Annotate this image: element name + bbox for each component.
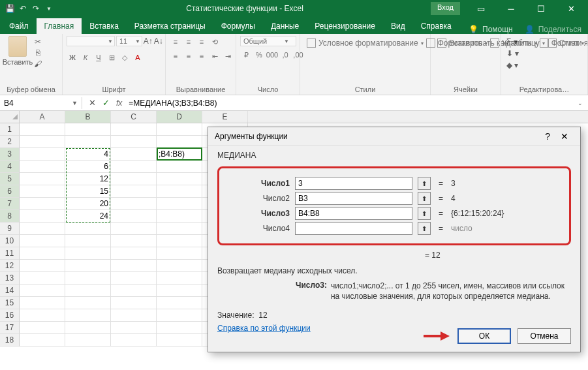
cell-A5[interactable]: [20, 173, 65, 185]
row-header-18[interactable]: 18: [0, 334, 20, 347]
tab-help[interactable]: Справка: [413, 18, 459, 34]
dialog-close-button[interactable]: ✕: [555, 130, 574, 143]
cell-A4[interactable]: [20, 161, 65, 173]
cell-D6[interactable]: [157, 185, 202, 198]
cell-B7[interactable]: 20: [65, 198, 111, 210]
clear-icon[interactable]: ◆ ▾: [506, 61, 518, 70]
maximize-button[interactable]: ☐: [527, 0, 555, 17]
conditional-formatting-button[interactable]: Условное форматирование▾: [307, 39, 424, 48]
cell-B14[interactable]: [65, 285, 111, 297]
cell-A13[interactable]: [20, 272, 65, 285]
range-picker-icon[interactable]: ⬆: [418, 192, 431, 205]
col-header-D[interactable]: D: [157, 111, 202, 123]
tab-home[interactable]: Главная: [37, 18, 82, 34]
row-header-6[interactable]: 6: [0, 185, 20, 198]
cell-A12[interactable]: [20, 260, 65, 272]
cell-C13[interactable]: [111, 272, 157, 285]
col-header-B[interactable]: B: [65, 111, 111, 123]
tell-me-label[interactable]: Помощн: [482, 25, 513, 34]
cell-B5[interactable]: 12: [65, 173, 111, 185]
currency-icon[interactable]: ₽: [240, 49, 252, 61]
row-header-8[interactable]: 8: [0, 210, 20, 223]
row-header-14[interactable]: 14: [0, 285, 20, 297]
cell-C14[interactable]: [111, 285, 157, 297]
range-picker-icon[interactable]: ⬆: [418, 222, 431, 235]
share-icon[interactable]: 👤: [525, 25, 534, 34]
ribbon-options-icon[interactable]: ▭: [467, 0, 495, 17]
cell-D10[interactable]: [157, 235, 202, 247]
chevron-down-icon[interactable]: ▼: [72, 100, 78, 106]
cell-B4[interactable]: 6: [65, 161, 111, 173]
cell-A6[interactable]: [20, 185, 65, 198]
col-header-C[interactable]: C: [111, 111, 157, 123]
format-painter-icon[interactable]: 🖌: [34, 59, 42, 69]
cell-A7[interactable]: [20, 198, 65, 210]
align-left-icon[interactable]: ≡: [170, 50, 181, 62]
row-header-5[interactable]: 5: [0, 173, 20, 185]
cell-D8[interactable]: [157, 210, 202, 223]
cell-A17[interactable]: [20, 322, 65, 334]
cell-B16[interactable]: [65, 309, 111, 322]
cell-D18[interactable]: [157, 334, 202, 347]
align-bot-icon[interactable]: ≡: [196, 36, 208, 48]
tab-pagelayout[interactable]: Разметка страницы: [127, 18, 213, 34]
row-header-2[interactable]: 2: [0, 136, 20, 148]
fill-icon[interactable]: ⬇ ▾: [506, 49, 519, 58]
tab-insert[interactable]: Вставка: [82, 18, 127, 34]
cell-D9[interactable]: [157, 223, 202, 235]
paste-button[interactable]: Вставить: [4, 36, 31, 66]
undo-icon[interactable]: ↶: [17, 3, 29, 14]
cancel-formula-icon[interactable]: ✕: [89, 98, 96, 108]
row-header-16[interactable]: 16: [0, 309, 20, 322]
italic-icon[interactable]: К: [80, 52, 91, 63]
cell-D1[interactable]: [157, 123, 202, 136]
cell-A11[interactable]: [20, 247, 65, 260]
fx-icon[interactable]: fx: [116, 99, 122, 108]
copy-icon[interactable]: ⎘: [34, 48, 42, 57]
cell-A14[interactable]: [20, 285, 65, 297]
underline-icon[interactable]: Ч: [93, 52, 104, 63]
cell-C7[interactable]: [111, 198, 157, 210]
cell-D14[interactable]: [157, 285, 202, 297]
cell-D17[interactable]: [157, 322, 202, 334]
row-header-7[interactable]: 7: [0, 198, 20, 210]
arg-input-2[interactable]: [295, 207, 412, 220]
cell-A3[interactable]: [20, 148, 65, 161]
cell-C9[interactable]: [111, 223, 157, 235]
col-header-E[interactable]: E: [202, 111, 248, 123]
tab-data[interactable]: Данные: [263, 18, 307, 34]
cell-B1[interactable]: [65, 123, 111, 136]
arg-input-0[interactable]: [295, 177, 412, 190]
row-header-12[interactable]: 12: [0, 260, 20, 272]
cell-A16[interactable]: [20, 309, 65, 322]
cell-B17[interactable]: [65, 322, 111, 334]
cell-C1[interactable]: [111, 123, 157, 136]
redo-icon[interactable]: ↷: [30, 3, 42, 14]
inc-decimal-icon[interactable]: ,0: [279, 49, 291, 61]
row-header-4[interactable]: 4: [0, 161, 20, 173]
cell-A2[interactable]: [20, 136, 65, 148]
range-picker-icon[interactable]: ⬆: [418, 177, 431, 190]
cell-C4[interactable]: [111, 161, 157, 173]
row-header-13[interactable]: 13: [0, 272, 20, 285]
name-box[interactable]: B4▼: [0, 97, 82, 109]
cell-C5[interactable]: [111, 173, 157, 185]
cell-D3[interactable]: ;B4:B8): [157, 148, 202, 161]
percent-icon[interactable]: %: [253, 49, 265, 61]
cell-D4[interactable]: [157, 161, 202, 173]
number-format-select[interactable]: ▼: [240, 36, 296, 46]
cell-A1[interactable]: [20, 123, 65, 136]
cell-C16[interactable]: [111, 309, 157, 322]
orientation-icon[interactable]: ⟲: [209, 36, 221, 48]
cell-C18[interactable]: [111, 334, 157, 347]
align-center-icon[interactable]: ≡: [183, 50, 194, 62]
select-all-corner[interactable]: [0, 111, 20, 123]
row-header-10[interactable]: 10: [0, 235, 20, 247]
share-label[interactable]: Поделиться: [538, 25, 581, 34]
cell-C11[interactable]: [111, 247, 157, 260]
fill-color-icon[interactable]: ◇: [119, 52, 131, 63]
border-icon[interactable]: ⊞: [106, 52, 117, 63]
cancel-button[interactable]: Отмена: [518, 328, 571, 344]
cell-D7[interactable]: [157, 198, 202, 210]
row-header-1[interactable]: 1: [0, 123, 20, 136]
